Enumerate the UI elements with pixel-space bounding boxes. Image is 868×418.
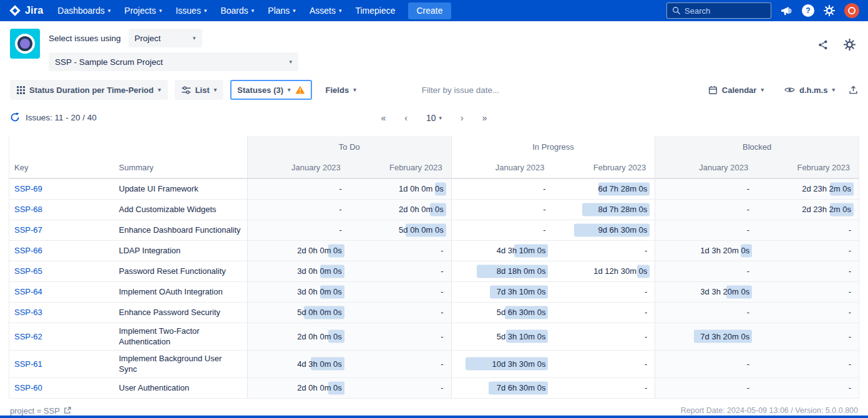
issue-key-link[interactable]: SSP-67 bbox=[14, 225, 42, 235]
jql-query-link[interactable]: project = SSP bbox=[10, 406, 71, 416]
top-navigation: Jira Dashboards▾Projects▾Issues▾Boards▾P… bbox=[0, 0, 868, 21]
issue-key-link[interactable]: SSP-63 bbox=[14, 308, 42, 317]
empty-duration-cell: - bbox=[757, 323, 859, 350]
search-box[interactable] bbox=[666, 2, 771, 19]
duration-cell: 2d 23h 2m 0s bbox=[757, 199, 859, 220]
issue-key-link[interactable]: SSP-62 bbox=[14, 332, 42, 341]
refresh-icon[interactable] bbox=[10, 112, 20, 122]
duration-value: - bbox=[645, 332, 647, 341]
jql-query-text: project = SSP bbox=[10, 406, 60, 416]
duration-value: - bbox=[747, 205, 749, 214]
duration-value: 7d 6h 30m 0s bbox=[497, 383, 546, 392]
duration-value: 5d 6h 30m 0s bbox=[497, 308, 546, 317]
nav-item-projects[interactable]: Projects▾ bbox=[117, 0, 168, 21]
search-input[interactable] bbox=[685, 6, 766, 16]
duration-cell: 5d 6h 30m 0s bbox=[451, 302, 553, 323]
chevron-down-icon: ▾ bbox=[214, 87, 217, 93]
duration-cell: 2d 23h 2m 0s bbox=[757, 178, 859, 199]
calendar-dropdown[interactable]: Calendar ▾ bbox=[701, 80, 771, 100]
duration-value: 9d 6h 30m 0s bbox=[598, 225, 648, 235]
help-icon[interactable]: ? bbox=[802, 4, 814, 17]
user-avatar[interactable] bbox=[844, 3, 859, 18]
duration-value: - bbox=[543, 205, 545, 214]
announcements-icon[interactable] bbox=[781, 6, 792, 16]
duration-cell: 1d 12h 30m 0s bbox=[553, 261, 655, 281]
issue-key-link[interactable]: SSP-60 bbox=[14, 383, 42, 392]
issue-key-link[interactable]: SSP-65 bbox=[14, 266, 42, 276]
empty-duration-cell: - bbox=[349, 261, 451, 281]
timepiece-app-icon bbox=[10, 29, 40, 59]
nav-item-label: Timepiece bbox=[355, 6, 395, 16]
issue-key-cell: SSP-64 bbox=[9, 281, 115, 302]
nav-item-assets[interactable]: Assets▾ bbox=[303, 0, 349, 21]
empty-duration-cell: - bbox=[349, 377, 451, 398]
issue-key-link[interactable]: SSP-66 bbox=[14, 246, 42, 255]
last-page-button[interactable]: » bbox=[482, 113, 487, 123]
empty-duration-cell: - bbox=[655, 377, 757, 398]
empty-duration-cell: - bbox=[553, 240, 655, 261]
settings-icon[interactable] bbox=[824, 5, 835, 16]
chevron-down-icon: ▾ bbox=[288, 87, 291, 93]
fields-label: Fields bbox=[326, 85, 349, 95]
issue-key-link[interactable]: SSP-61 bbox=[14, 359, 42, 369]
duration-value: - bbox=[339, 225, 341, 235]
empty-duration-cell: - bbox=[655, 199, 757, 220]
duration-value: - bbox=[441, 383, 443, 392]
nav-item-dashboards[interactable]: Dashboards▾ bbox=[51, 0, 117, 21]
duration-value: - bbox=[849, 287, 851, 296]
duration-value: - bbox=[645, 287, 647, 296]
view-label: List bbox=[195, 85, 210, 95]
issue-source-dropdown[interactable]: Project ▾ bbox=[129, 29, 202, 47]
issue-summary: User Authentication bbox=[115, 377, 248, 398]
export-icon[interactable] bbox=[849, 85, 858, 95]
table-row: SSP-67Enhance Dashboard Functionality-5d… bbox=[9, 220, 859, 240]
nav-item-boards[interactable]: Boards▾ bbox=[213, 0, 261, 21]
issue-key-link[interactable]: SSP-69 bbox=[14, 184, 42, 193]
empty-duration-cell: - bbox=[553, 281, 655, 302]
nav-item-label: Assets bbox=[310, 6, 336, 16]
chevron-down-icon: ▾ bbox=[158, 87, 161, 93]
prev-page-button[interactable]: ‹ bbox=[404, 113, 407, 123]
issue-date-filter-input[interactable] bbox=[422, 85, 556, 95]
empty-duration-cell: - bbox=[655, 220, 757, 240]
report-type-dropdown[interactable]: Status Duration per Time-Period ▾ bbox=[10, 80, 168, 100]
duration-format-dropdown[interactable]: d.h.m.s ▾ bbox=[778, 80, 842, 100]
issue-key-link[interactable]: SSP-64 bbox=[14, 287, 42, 296]
empty-duration-cell: - bbox=[757, 281, 859, 302]
duration-value: 5d 0h 0m 0s bbox=[399, 225, 444, 235]
page-size-value: 10 bbox=[426, 113, 436, 123]
create-button[interactable]: Create bbox=[408, 2, 451, 19]
duration-cell: 7d 6h 30m 0s bbox=[451, 377, 553, 398]
issue-key-cell: SSP-63 bbox=[9, 302, 115, 323]
empty-duration-cell: - bbox=[757, 377, 859, 398]
view-dropdown[interactable]: List ▾ bbox=[175, 80, 224, 100]
jira-logo[interactable]: Jira bbox=[9, 4, 43, 17]
share-icon[interactable] bbox=[817, 39, 829, 51]
duration-value: - bbox=[645, 359, 647, 369]
duration-value: 1d 12h 30m 0s bbox=[593, 266, 647, 276]
statuses-label: Statuses (3) bbox=[237, 85, 283, 95]
fields-dropdown[interactable]: Fields ▾ bbox=[319, 80, 363, 100]
nav-item-plans[interactable]: Plans▾ bbox=[261, 0, 303, 21]
month-column-header: January 2023 bbox=[248, 157, 349, 178]
duration-value: 2d 23h 2m 0s bbox=[802, 205, 851, 214]
table-row: SSP-65Password Reset Functionality3d 0h … bbox=[9, 261, 859, 281]
nav-item-issues[interactable]: Issues▾ bbox=[168, 0, 213, 21]
next-page-button[interactable]: › bbox=[461, 113, 464, 123]
report-settings-icon[interactable] bbox=[844, 39, 856, 51]
page-size-dropdown[interactable]: 10 ▾ bbox=[426, 113, 442, 123]
nav-item-timepiece[interactable]: Timepiece bbox=[348, 0, 402, 21]
duration-value: 2d 0h 0m 0s bbox=[297, 332, 342, 341]
issue-key-cell: SSP-68 bbox=[9, 199, 115, 220]
statuses-dropdown[interactable]: Statuses (3) ▾ bbox=[230, 80, 311, 100]
table-row: SSP-68Add Customizable Widgets-2d 0h 0m … bbox=[9, 199, 859, 220]
issue-source-value: Project bbox=[135, 34, 161, 43]
key-column-header: Key bbox=[9, 157, 115, 178]
project-dropdown[interactable]: SSP - Sample Scrum Project ▾ bbox=[49, 52, 298, 71]
duration-value: 2d 0h 0m 0s bbox=[297, 383, 342, 392]
empty-duration-cell: - bbox=[655, 350, 757, 377]
table-header-row: KeySummaryJanuary 2023February 2023Janua… bbox=[9, 157, 859, 178]
issue-key-link[interactable]: SSP-68 bbox=[14, 205, 42, 214]
empty-duration-cell: - bbox=[451, 220, 553, 240]
first-page-button[interactable]: « bbox=[381, 113, 386, 123]
